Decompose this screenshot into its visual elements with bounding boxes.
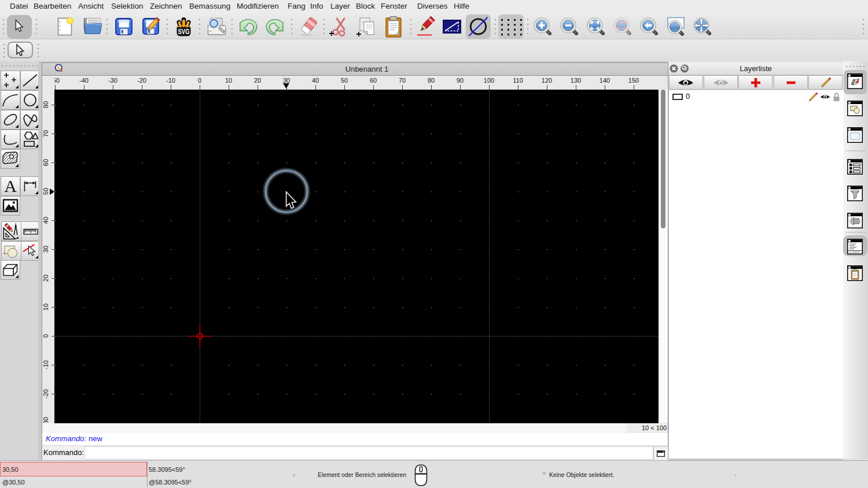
svg-text:-50: -50 bbox=[54, 77, 60, 84]
svg-text:110: 110 bbox=[513, 77, 523, 84]
svg-text:-30: -30 bbox=[108, 77, 117, 84]
svg-text:120: 120 bbox=[542, 77, 552, 84]
svg-text:30: 30 bbox=[283, 77, 290, 84]
svg-text:-20: -20 bbox=[137, 77, 146, 84]
svg-text:10: 10 bbox=[42, 304, 49, 310]
svg-text:60: 60 bbox=[42, 159, 49, 166]
svg-text:50: 50 bbox=[42, 188, 49, 195]
svg-text:30: 30 bbox=[42, 246, 49, 253]
svg-text:80: 80 bbox=[42, 101, 49, 108]
svg-text:70: 70 bbox=[42, 130, 49, 137]
svg-text:20: 20 bbox=[254, 77, 261, 84]
svg-text:SVG: SVG bbox=[178, 28, 190, 36]
svg-text:130: 130 bbox=[571, 77, 581, 84]
svg-text:90: 90 bbox=[457, 77, 464, 84]
svg-text:-10: -10 bbox=[42, 360, 49, 369]
svg-text:80: 80 bbox=[428, 77, 435, 84]
svg-text:-10: -10 bbox=[166, 77, 175, 84]
svg-text:-40: -40 bbox=[79, 77, 89, 84]
svg-text:50: 50 bbox=[341, 77, 348, 84]
svg-text:0: 0 bbox=[42, 334, 49, 338]
svg-text:40: 40 bbox=[312, 77, 319, 84]
svg-text:A: A bbox=[4, 176, 17, 195]
svg-text:60: 60 bbox=[370, 77, 377, 84]
svg-text:70: 70 bbox=[399, 77, 406, 84]
svg-text:10: 10 bbox=[225, 77, 232, 84]
svg-text:140: 140 bbox=[599, 77, 610, 84]
svg-text:0: 0 bbox=[198, 77, 201, 84]
svg-text:-30: -30 bbox=[42, 417, 49, 423]
svg-text:-20: -20 bbox=[42, 389, 49, 398]
svg-text:100: 100 bbox=[484, 77, 494, 84]
svg-text:150: 150 bbox=[628, 77, 639, 84]
svg-text:40: 40 bbox=[42, 217, 49, 224]
svg-text:20: 20 bbox=[42, 275, 49, 282]
